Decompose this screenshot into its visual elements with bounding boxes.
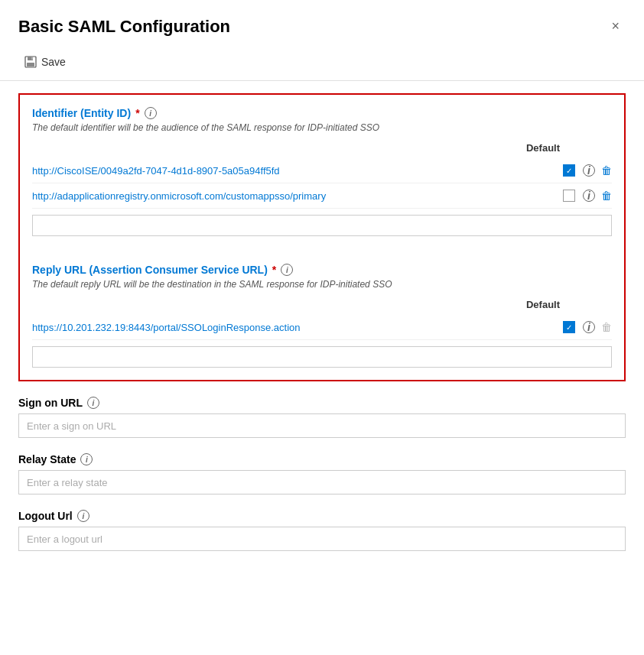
toolbar: Save [0,47,644,81]
relay-state-field: Relay State i [18,453,626,494]
reply-url-label: Reply URL (Assertion Consumer Service UR… [32,264,612,276]
identifier-url-2-info[interactable]: i [583,190,595,202]
reply-url-row-1: https://10.201.232.19:8443/portal/SSOLog… [32,315,612,340]
reply-url-1-checkbox[interactable]: ✓ [561,319,577,335]
identifier-url-1-text[interactable]: http://CiscoISE/0049a2fd-7047-4d1d-8907-… [32,165,545,177]
dialog-container: Basic SAML Configuration × Save [0,0,644,655]
sign-on-url-info-icon[interactable]: i [87,397,99,409]
identifier-info-icon[interactable]: i [145,107,157,119]
identifier-url-2-text[interactable]: http://adapplicationregistry.onmicrosoft… [32,190,545,202]
identifier-url-2-checkbox-unchecked [563,190,575,202]
identifier-url-row-1: http://CiscoISE/0049a2fd-7047-4d1d-8907-… [32,158,612,183]
logout-url-label: Logout Url i [18,510,626,522]
relay-state-input[interactable] [18,470,626,494]
save-icon [24,56,37,68]
dialog-title: Basic SAML Configuration [18,17,230,37]
reply-url-1-text[interactable]: https://10.201.232.19:8443/portal/SSOLog… [32,322,545,333]
reply-url-1-checkbox-checked: ✓ [563,321,575,333]
identifier-url-2-checkbox[interactable] [561,188,577,203]
relay-state-label: Relay State i [18,453,626,465]
svg-rect-2 [27,63,34,66]
identifier-description: The default identifier will be the audie… [32,122,612,133]
identifier-url-1-info[interactable]: i [583,164,595,177]
identifier-url-1-actions: ✓ i 🗑 [551,163,612,178]
sign-on-url-field: Sign on URL i [18,397,626,438]
identifier-url-row-2: http://adapplicationregistry.onmicrosoft… [32,183,612,209]
reply-url-1-actions: ✓ i 🗑 [551,319,612,335]
identifier-table-header: Default [32,142,612,154]
identifier-section: Identifier (Entity ID) * i The default i… [32,107,612,236]
logout-url-field: Logout Url i [18,510,626,551]
logout-url-info-icon[interactable]: i [77,510,89,522]
reply-url-section: Reply URL (Assertion Consumer Service UR… [32,264,612,368]
identifier-url-1-checkbox[interactable]: ✓ [561,163,577,178]
identifier-add-input[interactable] [32,215,612,236]
bordered-section: Identifier (Entity ID) * i The default i… [18,93,626,381]
sign-on-url-input[interactable] [18,413,626,438]
svg-rect-3 [32,57,33,60]
reply-url-add-input[interactable] [32,346,612,368]
close-button[interactable]: × [605,15,626,37]
save-button[interactable]: Save [18,53,72,71]
reply-url-default-col: Default [520,299,566,310]
dialog-header: Basic SAML Configuration × [0,0,644,47]
logout-url-input[interactable] [18,527,626,551]
reply-url-1-info[interactable]: i [583,321,595,333]
reply-url-1-delete: 🗑 [601,321,612,333]
reply-url-info-icon[interactable]: i [281,264,293,276]
reply-url-description: The default reply URL will be the destin… [32,279,612,290]
identifier-required-star: * [135,107,139,119]
sign-on-url-label: Sign on URL i [18,397,626,409]
identifier-default-col: Default [520,142,566,154]
identifier-url-1-checkbox-checked: ✓ [563,164,575,177]
identifier-url-2-actions: i 🗑 [551,188,612,203]
save-label: Save [41,56,66,68]
identifier-url-2-delete[interactable]: 🗑 [601,190,612,202]
reply-url-required-star: * [272,264,276,276]
identifier-label: Identifier (Entity ID) * i [32,107,612,119]
relay-state-info-icon[interactable]: i [80,453,93,465]
identifier-url-1-delete[interactable]: 🗑 [601,164,612,177]
reply-url-table-header: Default [32,299,612,310]
form-content: Identifier (Entity ID) * i The default i… [0,81,644,585]
